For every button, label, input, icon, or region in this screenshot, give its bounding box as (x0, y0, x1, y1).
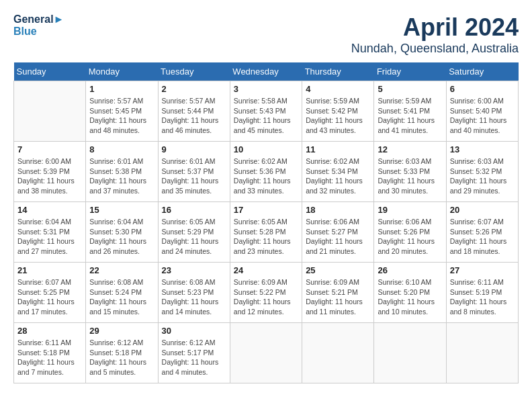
calendar-cell: 1Sunrise: 5:57 AM Sunset: 5:45 PM Daylig… (86, 81, 158, 142)
day-number: 25 (306, 265, 370, 275)
week-row-5: 28Sunrise: 6:11 AM Sunset: 5:18 PM Dayli… (14, 323, 519, 383)
calendar-cell: 20Sunrise: 6:07 AM Sunset: 5:26 PM Dayli… (446, 202, 518, 263)
day-info: Sunrise: 5:57 AM Sunset: 5:45 PM Dayligh… (89, 96, 154, 136)
day-info: Sunrise: 6:10 AM Sunset: 5:20 PM Dayligh… (378, 277, 442, 317)
day-info: Sunrise: 6:02 AM Sunset: 5:34 PM Dayligh… (306, 156, 370, 196)
day-number: 17 (234, 205, 298, 215)
calendar-cell: 3Sunrise: 5:58 AM Sunset: 5:43 PM Daylig… (230, 81, 302, 142)
calendar-cell: 19Sunrise: 6:06 AM Sunset: 5:26 PM Dayli… (374, 202, 446, 263)
calendar-cell: 21Sunrise: 6:07 AM Sunset: 5:25 PM Dayli… (14, 263, 86, 323)
day-number: 20 (450, 205, 515, 215)
day-number: 15 (89, 205, 154, 215)
calendar-cell: 13Sunrise: 6:03 AM Sunset: 5:32 PM Dayli… (446, 142, 518, 202)
day-header-thursday: Thursday (302, 62, 374, 81)
calendar-cell: 25Sunrise: 6:09 AM Sunset: 5:21 PM Dayli… (302, 263, 374, 323)
day-info: Sunrise: 6:07 AM Sunset: 5:26 PM Dayligh… (450, 217, 515, 257)
calendar-cell: 7Sunrise: 6:00 AM Sunset: 5:39 PM Daylig… (14, 142, 86, 202)
day-number: 30 (162, 326, 226, 336)
day-info: Sunrise: 6:04 AM Sunset: 5:30 PM Dayligh… (89, 217, 154, 257)
day-info: Sunrise: 6:12 AM Sunset: 5:18 PM Dayligh… (89, 338, 154, 377)
header: General► Blue April 2024 Nundah, Queensl… (13, 13, 519, 56)
day-number: 6 (450, 84, 515, 94)
day-info: Sunrise: 6:06 AM Sunset: 5:26 PM Dayligh… (378, 217, 442, 257)
day-number: 19 (378, 205, 442, 215)
day-info: Sunrise: 6:00 AM Sunset: 5:40 PM Dayligh… (450, 96, 515, 136)
title-area: April 2024 Nundah, Queensland, Australia (351, 13, 519, 56)
day-info: Sunrise: 6:03 AM Sunset: 5:32 PM Dayligh… (450, 156, 515, 196)
day-header-wednesday: Wednesday (230, 62, 302, 81)
day-header-tuesday: Tuesday (158, 62, 230, 81)
header-row: SundayMondayTuesdayWednesdayThursdayFrid… (14, 62, 519, 81)
day-info: Sunrise: 6:11 AM Sunset: 5:19 PM Dayligh… (450, 277, 515, 317)
week-row-2: 7Sunrise: 6:00 AM Sunset: 5:39 PM Daylig… (14, 142, 519, 202)
day-number: 21 (17, 265, 82, 275)
day-header-sunday: Sunday (14, 62, 86, 81)
day-info: Sunrise: 5:59 AM Sunset: 5:41 PM Dayligh… (378, 96, 442, 136)
day-number: 2 (162, 84, 226, 94)
day-info: Sunrise: 6:03 AM Sunset: 5:33 PM Dayligh… (378, 156, 442, 196)
day-header-saturday: Saturday (446, 62, 518, 81)
calendar-cell: 30Sunrise: 6:12 AM Sunset: 5:17 PM Dayli… (158, 323, 230, 383)
calendar-cell: 28Sunrise: 6:11 AM Sunset: 5:18 PM Dayli… (14, 323, 86, 383)
day-info: Sunrise: 6:05 AM Sunset: 5:29 PM Dayligh… (162, 217, 226, 257)
day-number: 27 (450, 265, 515, 275)
day-info: Sunrise: 6:09 AM Sunset: 5:22 PM Dayligh… (234, 277, 298, 317)
calendar-cell: 29Sunrise: 6:12 AM Sunset: 5:18 PM Dayli… (86, 323, 158, 383)
calendar-cell: 10Sunrise: 6:02 AM Sunset: 5:36 PM Dayli… (230, 142, 302, 202)
calendar-cell (374, 323, 446, 383)
calendar-cell (14, 81, 86, 142)
week-row-4: 21Sunrise: 6:07 AM Sunset: 5:25 PM Dayli… (14, 263, 519, 323)
day-info: Sunrise: 6:11 AM Sunset: 5:18 PM Dayligh… (17, 338, 82, 377)
calendar-cell: 18Sunrise: 6:06 AM Sunset: 5:27 PM Dayli… (302, 202, 374, 263)
day-number: 3 (234, 84, 298, 94)
day-info: Sunrise: 6:01 AM Sunset: 5:38 PM Dayligh… (89, 156, 154, 196)
calendar-cell: 2Sunrise: 5:57 AM Sunset: 5:44 PM Daylig… (158, 81, 230, 142)
calendar-cell: 4Sunrise: 5:59 AM Sunset: 5:42 PM Daylig… (302, 81, 374, 142)
location-title: Nundah, Queensland, Australia (351, 42, 519, 56)
day-info: Sunrise: 6:08 AM Sunset: 5:24 PM Dayligh… (89, 277, 154, 317)
day-info: Sunrise: 6:06 AM Sunset: 5:27 PM Dayligh… (306, 217, 370, 257)
day-number: 13 (450, 144, 515, 154)
calendar-cell (230, 323, 302, 383)
day-info: Sunrise: 6:08 AM Sunset: 5:23 PM Dayligh… (162, 277, 226, 317)
day-number: 28 (17, 326, 82, 336)
day-header-monday: Monday (86, 62, 158, 81)
day-number: 14 (17, 205, 82, 215)
day-info: Sunrise: 6:00 AM Sunset: 5:39 PM Dayligh… (17, 156, 82, 196)
day-number: 26 (378, 265, 442, 275)
day-number: 23 (162, 265, 226, 275)
day-info: Sunrise: 6:04 AM Sunset: 5:31 PM Dayligh… (17, 217, 82, 257)
calendar-cell: 15Sunrise: 6:04 AM Sunset: 5:30 PM Dayli… (86, 202, 158, 263)
calendar-cell: 22Sunrise: 6:08 AM Sunset: 5:24 PM Dayli… (86, 263, 158, 323)
day-info: Sunrise: 5:57 AM Sunset: 5:44 PM Dayligh… (162, 96, 226, 136)
day-info: Sunrise: 6:02 AM Sunset: 5:36 PM Dayligh… (234, 156, 298, 196)
calendar-cell: 17Sunrise: 6:05 AM Sunset: 5:28 PM Dayli… (230, 202, 302, 263)
calendar-cell: 16Sunrise: 6:05 AM Sunset: 5:29 PM Dayli… (158, 202, 230, 263)
day-info: Sunrise: 6:01 AM Sunset: 5:37 PM Dayligh… (162, 156, 226, 196)
day-number: 11 (306, 144, 370, 154)
day-number: 5 (378, 84, 442, 94)
calendar-cell (446, 323, 518, 383)
day-info: Sunrise: 5:59 AM Sunset: 5:42 PM Dayligh… (306, 96, 370, 136)
day-number: 29 (89, 326, 154, 336)
day-number: 9 (162, 144, 226, 154)
calendar-cell: 23Sunrise: 6:08 AM Sunset: 5:23 PM Dayli… (158, 263, 230, 323)
day-number: 8 (89, 144, 154, 154)
day-number: 4 (306, 84, 370, 94)
calendar-cell: 8Sunrise: 6:01 AM Sunset: 5:38 PM Daylig… (86, 142, 158, 202)
calendar-cell (302, 323, 374, 383)
calendar-cell: 14Sunrise: 6:04 AM Sunset: 5:31 PM Dayli… (14, 202, 86, 263)
calendar-cell: 9Sunrise: 6:01 AM Sunset: 5:37 PM Daylig… (158, 142, 230, 202)
day-info: Sunrise: 5:58 AM Sunset: 5:43 PM Dayligh… (234, 96, 298, 136)
calendar-cell: 24Sunrise: 6:09 AM Sunset: 5:22 PM Dayli… (230, 263, 302, 323)
calendar-cell: 26Sunrise: 6:10 AM Sunset: 5:20 PM Dayli… (374, 263, 446, 323)
day-number: 18 (306, 205, 370, 215)
day-info: Sunrise: 6:05 AM Sunset: 5:28 PM Dayligh… (234, 217, 298, 257)
day-number: 12 (378, 144, 442, 154)
day-info: Sunrise: 6:12 AM Sunset: 5:17 PM Dayligh… (162, 338, 226, 377)
day-number: 24 (234, 265, 298, 275)
calendar-cell: 5Sunrise: 5:59 AM Sunset: 5:41 PM Daylig… (374, 81, 446, 142)
calendar-cell: 6Sunrise: 6:00 AM Sunset: 5:40 PM Daylig… (446, 81, 518, 142)
day-info: Sunrise: 6:07 AM Sunset: 5:25 PM Dayligh… (17, 277, 82, 317)
calendar-cell: 11Sunrise: 6:02 AM Sunset: 5:34 PM Dayli… (302, 142, 374, 202)
